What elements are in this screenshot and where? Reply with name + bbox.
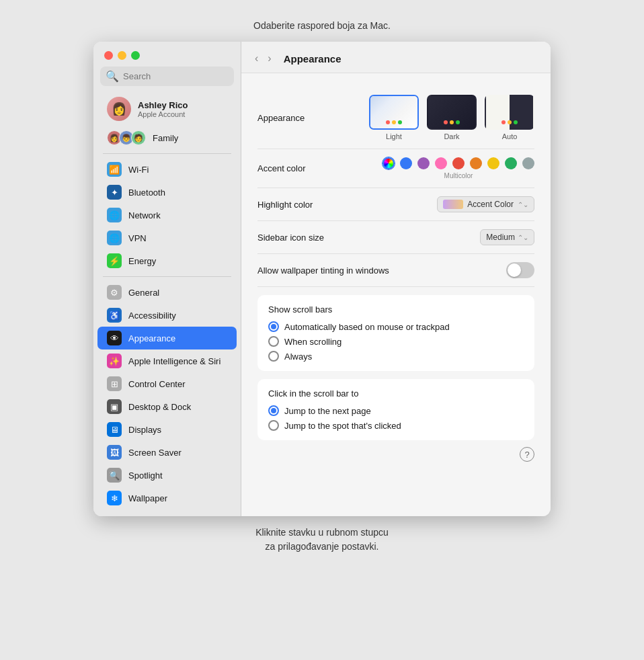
- wallpaper-tinting-toggle[interactable]: [506, 262, 534, 278]
- sidebar-item-appearance[interactable]: 👁 Appearance: [97, 327, 237, 349]
- scroll-option-auto-label: Automatically based on mouse or trackpad: [284, 322, 450, 332]
- sidebar-item-label-energy: Energy: [128, 256, 156, 266]
- displays-icon: 🖥: [107, 422, 122, 437]
- help-button[interactable]: ?: [520, 447, 534, 462]
- accent-color-blue[interactable]: [400, 157, 412, 169]
- sidebar-separator-2: [103, 276, 231, 277]
- main-window: 🔍 👩 Ashley Rico Apple Account 👩 👦 🧑 Fami…: [93, 42, 551, 516]
- wallpaper-icon: ❄: [107, 491, 122, 505]
- size-chevron: ⌃⌄: [518, 234, 528, 241]
- sidebar-item-general[interactable]: ⚙ General: [97, 281, 237, 304]
- scroll-bars-section: Show scroll bars Automatically based on …: [257, 295, 534, 371]
- search-bar[interactable]: 🔍: [100, 67, 234, 86]
- appearance-row-label: Appearance: [257, 113, 352, 123]
- close-button[interactable]: [104, 51, 113, 60]
- scroll-option-auto[interactable]: Automatically based on mouse or trackpad: [268, 321, 524, 332]
- click-option-next-page[interactable]: Jump to the next page: [268, 405, 524, 416]
- sidebar-item-label-accessibility: Accessibility: [128, 311, 176, 321]
- dot-green-auto: [514, 120, 518, 124]
- sidebar-item-spotlight[interactable]: 🔍 Spotlight: [97, 464, 237, 487]
- radio-next-page: [268, 405, 279, 416]
- sidebar-icon-size-selector[interactable]: Medium ⌃⌄: [480, 229, 534, 245]
- accent-color-red[interactable]: [452, 157, 465, 169]
- sidebar-item-wallpaper[interactable]: ❄ Wallpaper: [97, 487, 237, 509]
- sidebar-item-label-bluetooth: Bluetooth: [128, 188, 165, 198]
- sidebar-item-accessibility[interactable]: ♿ Accessibility: [97, 304, 237, 327]
- sidebar-item-label-wallpaper: Wallpaper: [128, 493, 167, 503]
- dot-red: [386, 120, 390, 124]
- appearance-option-light[interactable]: Light: [369, 95, 419, 140]
- sidebar-icon-size-label: Sidebar icon size: [257, 233, 352, 243]
- sidebar-separator-1: [103, 153, 231, 154]
- sidebar-item-energy[interactable]: ⚡ Energy: [97, 249, 237, 272]
- appearance-row: Appearance Light: [257, 87, 534, 149]
- appearance-option-auto[interactable]: Auto: [485, 95, 534, 140]
- search-input[interactable]: [123, 71, 229, 81]
- accent-color-row: Accent color Multicolor: [257, 149, 534, 188]
- sidebar-item-displays[interactable]: 🖥 Displays: [97, 418, 237, 441]
- family-label: Family: [153, 133, 178, 143]
- dot-red-auto: [501, 120, 506, 124]
- sidebar-item-vpn[interactable]: 🌐 VPN: [97, 226, 237, 249]
- appearance-option-dark[interactable]: Dark: [427, 95, 477, 140]
- click-option-spot[interactable]: Jump to the spot that's clicked: [268, 420, 524, 431]
- sidebar-section-network: 📶 Wi‑Fi ✦ Bluetooth 🌐 Network 🌐 VPN ⚡ En…: [93, 158, 241, 272]
- accent-color-purple[interactable]: [417, 157, 430, 169]
- radio-always: [268, 351, 279, 362]
- general-icon: ⚙: [107, 285, 122, 300]
- scroll-option-always-label: Always: [284, 352, 312, 362]
- sidebar-icon-size-row: Sidebar icon size Medium ⌃⌄: [257, 221, 534, 254]
- zoom-button[interactable]: [131, 51, 140, 60]
- accent-colors: Multicolor: [383, 157, 534, 179]
- spotlight-icon: 🔍: [107, 468, 122, 483]
- sidebar-item-wifi[interactable]: 📶 Wi‑Fi: [97, 158, 237, 181]
- back-button[interactable]: ‹: [252, 51, 261, 66]
- sidebar-item-label-screensaver: Screen Saver: [128, 448, 182, 458]
- profile-section[interactable]: 👩 Ashley Rico Apple Account: [97, 91, 237, 126]
- appearance-thumb-light: [369, 95, 419, 130]
- sidebar-item-desktop[interactable]: ▣ Desktop & Dock: [97, 395, 237, 418]
- accent-color-graphite[interactable]: [522, 157, 534, 169]
- thumb-dots-light: [386, 120, 402, 124]
- traffic-lights: [93, 42, 241, 67]
- dot-green: [398, 120, 402, 124]
- sidebar-item-label-general: General: [128, 288, 159, 298]
- color-row: [383, 157, 534, 169]
- highlight-color-selector[interactable]: Accent Color ⌃⌄: [437, 196, 534, 212]
- wallpaper-tinting-label: Allow wallpaper tinting in windows: [257, 265, 389, 276]
- network-icon: 🌐: [107, 208, 122, 222]
- scroll-bars-title: Show scroll bars: [268, 304, 524, 315]
- sidebar-item-label-spotlight: Spotlight: [128, 470, 163, 481]
- scroll-option-always[interactable]: Always: [268, 351, 524, 362]
- dot-green-dark: [456, 120, 460, 124]
- accent-color-green[interactable]: [505, 157, 517, 169]
- sidebar-item-siri[interactable]: ✨ Apple Intelligence & Siri: [97, 349, 237, 372]
- sidebar-item-label-appearance: Appearance: [128, 333, 175, 343]
- click-scroll-section: Click in the scroll bar to Jump to the n…: [257, 379, 534, 440]
- page-title: Appearance: [284, 53, 341, 65]
- click-scroll-title: Click in the scroll bar to: [268, 388, 524, 399]
- radio-scrolling: [268, 336, 279, 347]
- sidebar-item-screensaver[interactable]: 🖼 Screen Saver: [97, 441, 237, 464]
- scroll-option-scrolling-label: When scrolling: [284, 337, 341, 347]
- dot-yellow-dark: [450, 120, 454, 124]
- forward-button[interactable]: ›: [265, 51, 274, 66]
- sidebar-item-network[interactable]: 🌐 Network: [97, 204, 237, 226]
- accent-color-multicolor[interactable]: [383, 157, 395, 169]
- sidebar-item-family[interactable]: 👩 👦 🧑 Family: [97, 126, 237, 149]
- minimize-button[interactable]: [118, 51, 126, 60]
- scroll-option-scrolling[interactable]: When scrolling: [268, 336, 524, 347]
- screensaver-icon: 🖼: [107, 445, 122, 460]
- radio-spot: [268, 420, 279, 431]
- accent-color-yellow[interactable]: [487, 157, 499, 169]
- profile-name: Ashley Rico: [138, 100, 188, 110]
- accent-color-pink[interactable]: [435, 157, 447, 169]
- family-avatars: 👩 👦 🧑: [107, 130, 146, 145]
- sidebar-item-bluetooth[interactable]: ✦ Bluetooth: [97, 181, 237, 204]
- appearance-thumb-auto: [485, 95, 534, 130]
- accent-color-orange[interactable]: [470, 157, 482, 169]
- highlight-color-value: Accent Color: [467, 200, 514, 209]
- profile-subtitle: Apple Account: [138, 110, 188, 118]
- appearance-label-dark: Dark: [444, 132, 459, 140]
- sidebar-item-control[interactable]: ⊞ Control Center: [97, 372, 237, 395]
